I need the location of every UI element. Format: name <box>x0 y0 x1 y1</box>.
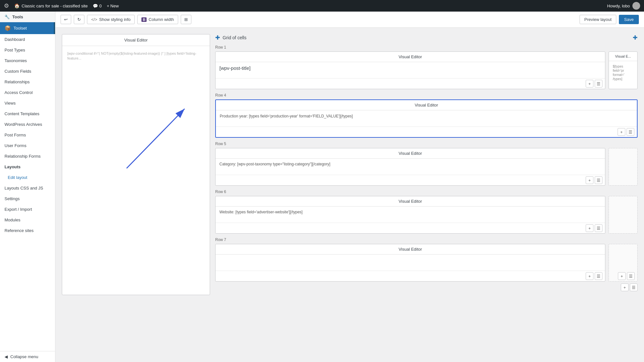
row-5-cell-1-header: Visual Editor <box>216 148 605 159</box>
redo-icon: ↻ <box>77 17 81 22</box>
left-visual-editor-panel: Visual Editor [wpv-conditional if="( NOT… <box>62 34 210 295</box>
sidebar-item-reference-sites[interactable]: Reference sites <box>0 225 55 236</box>
comments-link[interactable]: 💬 0 <box>93 4 101 8</box>
sidebar-item-wordpress-archives[interactable]: WordPress Archives <box>0 119 55 130</box>
post-forms-label: Post Forms <box>5 133 26 137</box>
wordpress-logo[interactable]: ⚙ <box>4 2 9 9</box>
save-button[interactable]: Save <box>619 15 639 24</box>
layouts-label: Layouts <box>5 164 21 169</box>
sidebar-item-layouts-css-js[interactable]: Layouts CSS and JS <box>0 183 55 193</box>
sidebar-item-custom-fields[interactable]: Custom Fields <box>0 66 55 77</box>
sidebar-item-relationships[interactable]: Relationships <box>0 77 55 87</box>
new-link[interactable]: + New <box>107 4 119 8</box>
column-width-button[interactable]: B Column width <box>137 15 178 24</box>
row-7-cell-1-footer: + ☰ <box>216 271 605 281</box>
undo-icon: ↩ <box>64 17 68 22</box>
row-7-label: Row 7 <box>215 237 638 242</box>
row-5-cell-1-menu[interactable]: ☰ <box>595 176 602 184</box>
extra-options-button[interactable]: ⊞ <box>181 15 191 24</box>
sidebar-item-views[interactable]: Views <box>0 98 55 108</box>
redo-button[interactable]: ↻ <box>74 15 84 24</box>
row-4-cell-1-content: Production year: [types field='productio… <box>216 110 637 126</box>
sidebar-item-access-control[interactable]: Access Control <box>0 87 55 98</box>
sidebar-item-content-templates[interactable]: Content Templates <box>0 108 55 119</box>
dashboard-label: Dashboard <box>5 37 25 42</box>
left-panel-content: [wpv-conditional if="( NOT(empty($(listi… <box>67 51 205 61</box>
row-4-cell-1-menu[interactable]: ☰ <box>627 128 634 136</box>
add-grid-icon[interactable]: ✚ <box>215 34 220 41</box>
column-width-label: Column width <box>149 17 174 22</box>
row-1-container: Row 1 Visual Editor [wpv-post-title] + ☰… <box>215 45 638 89</box>
sidebar-item-post-types[interactable]: Post Types <box>0 45 55 55</box>
row-4-label: Row 4 <box>215 93 638 97</box>
row-7-cells: Visual Editor + ☰ + ☰ <box>215 244 638 282</box>
row-6-cell-1-footer: + ☰ <box>216 223 605 233</box>
row-6-cell-1-add[interactable]: + <box>586 224 593 232</box>
sidebar-item-relationship-forms[interactable]: Relationship Forms <box>0 151 55 162</box>
grid-title-label: Grid of cells <box>223 35 246 40</box>
tools-icon: 🔧 <box>5 14 10 19</box>
row-6-cell-1-menu[interactable]: ☰ <box>595 224 602 232</box>
code-icon: </> <box>91 17 97 22</box>
row-7-cell-1[interactable]: Visual Editor + ☰ <box>215 244 605 282</box>
toolset-label: Toolset <box>14 26 27 31</box>
row-4-cell-1-header: Visual Editor <box>216 100 637 110</box>
sidebar-item-toolset[interactable]: 📦 Toolset <box>0 22 55 34</box>
row-5-cell-2[interactable] <box>609 148 638 186</box>
sidebar-item-user-forms[interactable]: User Forms <box>0 140 55 151</box>
collapse-label: Collapse menu <box>10 354 38 359</box>
row-1-cell-2[interactable]: Visual E... $[types field='pr format=' /… <box>609 51 638 89</box>
admin-bar-right: Howdy, lobo <box>607 2 640 10</box>
views-label: Views <box>5 101 15 106</box>
row-7-cell-2-add[interactable]: + <box>618 272 626 280</box>
sidebar-item-post-forms[interactable]: Post Forms <box>0 130 55 140</box>
add-grid-right-icon[interactable]: ✚ <box>633 34 638 41</box>
row-5-cell-1-footer: + ☰ <box>216 175 605 185</box>
row-1-cell-1-menu[interactable]: ☰ <box>595 80 602 88</box>
sidebar-item-layouts[interactable]: Layouts <box>0 162 55 172</box>
row-5-container: Row 5 Visual Editor Category: [wpv-post-… <box>215 142 638 186</box>
content-templates-label: Content Templates <box>5 111 39 116</box>
modules-label: Modules <box>5 218 20 222</box>
row-7-cell-2[interactable]: + ☰ <box>609 244 638 282</box>
right-grid-panel: ✚ Grid of cells ✚ Row 1 Visual Editor [w… <box>215 34 638 295</box>
row-1-cell-1[interactable]: Visual Editor [wpv-post-title] + ☰ <box>215 51 605 89</box>
row-1-cell-1-add[interactable]: + <box>586 80 593 88</box>
row-5-cell-1-add[interactable]: + <box>586 176 593 184</box>
admin-bar: ⚙ 🏠 Classic cars for sale - classified s… <box>0 0 644 12</box>
styling-info-button[interactable]: </> Show styling info <box>87 15 135 24</box>
sidebar-item-modules[interactable]: Modules <box>0 215 55 225</box>
reference-sites-label: Reference sites <box>5 228 34 233</box>
row-6-container: Row 6 Visual Editor Website: [types fiel… <box>215 190 638 234</box>
row-7-extra-menu[interactable]: ☰ <box>630 283 638 291</box>
row-7-cell-2-menu[interactable]: ☰ <box>627 272 635 280</box>
left-panel-body: [wpv-conditional if="( NOT(empty($(listi… <box>62 46 210 295</box>
collapse-menu-button[interactable]: ◀ Collapse menu <box>0 351 55 362</box>
layout-area: Visual Editor [wpv-conditional if="( NOT… <box>55 28 644 302</box>
sidebar-item-export-import[interactable]: Export / Import <box>0 204 55 215</box>
row-7-cell-1-menu[interactable]: ☰ <box>595 272 602 280</box>
svg-line-1 <box>127 109 185 168</box>
row-7-cell-1-add[interactable]: + <box>586 272 593 280</box>
row-7-cell-1-header: Visual Editor <box>216 244 605 255</box>
row-7-extra-add[interactable]: + <box>621 283 629 291</box>
row-6-cell-2[interactable] <box>609 196 638 234</box>
row-4-cell-1[interactable]: Visual Editor Production year: [types fi… <box>215 99 638 138</box>
styling-info-label: Show styling info <box>99 17 131 22</box>
save-label: Save <box>624 17 634 22</box>
preview-layout-button[interactable]: Preview layout <box>580 15 617 24</box>
row-5-cell-1[interactable]: Visual Editor Category: [wpv-post-taxono… <box>215 148 605 186</box>
row-7-cell-2-footer: + ☰ <box>611 272 635 280</box>
row-4-cell-1-add[interactable]: + <box>618 128 625 136</box>
sidebar-item-taxonomies[interactable]: Taxonomies <box>0 55 55 66</box>
site-name-link[interactable]: 🏠 Classic cars for sale - classified sit… <box>14 3 88 8</box>
sidebar-item-settings[interactable]: Settings <box>0 193 55 204</box>
row-6-cell-1[interactable]: Visual Editor Website: [types field='adv… <box>215 196 605 234</box>
row-5-cells: Visual Editor Category: [wpv-post-taxono… <box>215 148 638 186</box>
row-6-cell-1-header: Visual Editor <box>216 196 605 207</box>
undo-button[interactable]: ↩ <box>61 15 71 24</box>
sidebar-item-dashboard[interactable]: Dashboard <box>0 34 55 45</box>
row-4-cell-1-footer: + ☰ <box>216 126 637 137</box>
row-7-cell-1-content <box>216 255 605 271</box>
sidebar-item-edit-layout[interactable]: Edit layout <box>0 172 55 183</box>
